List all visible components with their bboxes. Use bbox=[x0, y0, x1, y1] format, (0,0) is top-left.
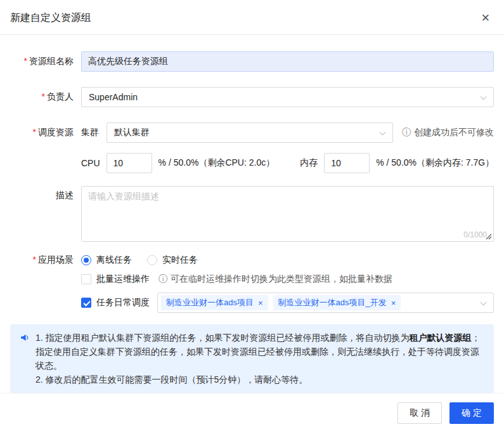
info-icon: ⓘ bbox=[158, 274, 167, 285]
cpu-label: CPU bbox=[81, 158, 100, 168]
realtime-radio-label[interactable]: 实时任务 bbox=[162, 254, 198, 266]
notice-line-1: 1. 指定使用租户默认集群下资源组的任务，如果下发时资源组已经被停用或删除，将自… bbox=[36, 331, 482, 373]
description-row: 描述 0/1000 bbox=[10, 186, 494, 242]
name-label: *资源组名称 bbox=[10, 56, 74, 67]
batch-ops-row: 批量运维操作 ⓘ 可在临时运维操作时切换为此类型资源组，如批量补数据 bbox=[10, 274, 494, 285]
dialog-title: 新建自定义资源组 bbox=[10, 11, 91, 25]
required-marker: * bbox=[42, 91, 45, 102]
cluster-select[interactable]: 默认集群 bbox=[107, 122, 393, 143]
owner-select-value: SuperAdmin bbox=[89, 92, 138, 102]
description-textarea[interactable] bbox=[82, 187, 493, 241]
daily-schedule-label[interactable]: 任务日常调度 bbox=[96, 297, 150, 308]
tag-close-icon[interactable]: × bbox=[258, 298, 263, 308]
required-marker: * bbox=[33, 127, 36, 137]
dialog-footer: 取 消 确 定 bbox=[0, 393, 504, 429]
dialog-body: *资源组名称 *负责人 SuperAdmin *调度资源 集群 默认集群 ⓘ 创… bbox=[0, 35, 504, 393]
owner-label: *负责人 bbox=[10, 91, 74, 103]
daily-schedule-row: 任务日常调度 制造业业财一体ads项目 × 制造业业财一体ads项目_开发 × bbox=[10, 293, 494, 313]
project-tag: 制造业业财一体ads项目 × bbox=[161, 295, 268, 310]
close-icon[interactable]: ✕ bbox=[481, 13, 490, 23]
char-counter: 0/1000 bbox=[463, 230, 487, 239]
description-label: 描述 bbox=[10, 190, 74, 201]
batch-ops-note: ⓘ 可在临时运维操作时切换为此类型资源组，如批量补数据 bbox=[158, 274, 392, 285]
required-marker: * bbox=[24, 56, 27, 66]
offline-radio-label[interactable]: 离线任务 bbox=[96, 254, 132, 266]
notice-box: 1. 指定使用租户默认集群下资源组的任务，如果下发时资源组已经被停用或删除，将自… bbox=[10, 324, 494, 393]
cpu-input[interactable] bbox=[107, 153, 152, 173]
memory-suffix: % / 50.0%（剩余内存: 7.7G） bbox=[376, 157, 494, 169]
announcement-icon bbox=[20, 333, 30, 343]
project-tag-label: 制造业业财一体ads项目_开发 bbox=[278, 297, 387, 308]
create-resource-group-dialog: 新建自定义资源组 ✕ *资源组名称 *负责人 SuperAdmin *调度资源 … bbox=[0, 0, 504, 429]
cluster-select-value: 默认集群 bbox=[114, 127, 150, 138]
scenario-label: *应用场景 bbox=[10, 254, 74, 266]
owner-select[interactable]: SuperAdmin bbox=[81, 87, 494, 107]
memory-input[interactable] bbox=[324, 153, 370, 173]
cluster-row: *调度资源 集群 默认集群 ⓘ 创建成功后不可修改 bbox=[10, 122, 494, 143]
schedule-label: *调度资源 bbox=[10, 127, 74, 138]
name-input[interactable] bbox=[81, 51, 494, 72]
batch-ops-label[interactable]: 批量运维操作 bbox=[96, 274, 150, 285]
dialog-header: 新建自定义资源组 ✕ bbox=[0, 0, 504, 35]
scenario-row: *应用场景 离线任务 实时任务 bbox=[10, 254, 494, 266]
notice-line-2: 2. 修改后的配置生效可能需要一段时间（预计5分钟），请耐心等待。 bbox=[36, 373, 482, 386]
project-tag-label: 制造业业财一体ads项目 bbox=[166, 297, 254, 308]
daily-schedule-checkbox[interactable] bbox=[81, 298, 91, 308]
memory-label: 内存 bbox=[300, 157, 318, 169]
name-row: *资源组名称 bbox=[10, 51, 494, 72]
cancel-button[interactable]: 取 消 bbox=[397, 402, 442, 424]
chevron-down-icon[interactable] bbox=[481, 300, 487, 306]
project-tag: 制造业业财一体ads项目_开发 × bbox=[273, 295, 401, 310]
confirm-button[interactable]: 确 定 bbox=[449, 402, 494, 424]
cpu-suffix: % / 50.0%（剩余CPU: 2.0c） bbox=[158, 157, 275, 169]
info-icon: ⓘ bbox=[402, 127, 411, 138]
cluster-label: 集群 bbox=[81, 127, 99, 138]
description-field-wrap: 0/1000 bbox=[81, 186, 494, 242]
tag-close-icon[interactable]: × bbox=[391, 298, 396, 308]
owner-row: *负责人 SuperAdmin bbox=[10, 87, 494, 107]
chevron-down-icon[interactable] bbox=[481, 94, 487, 100]
resize-handle-icon[interactable] bbox=[486, 234, 492, 240]
batch-ops-checkbox[interactable] bbox=[81, 274, 91, 284]
realtime-radio[interactable] bbox=[147, 255, 157, 265]
offline-radio[interactable] bbox=[81, 255, 91, 265]
project-multiselect[interactable]: 制造业业财一体ads项目 × 制造业业财一体ads项目_开发 × bbox=[157, 293, 494, 313]
quota-row: CPU % / 50.0%（剩余CPU: 2.0c） 内存 % / 50.0%（… bbox=[10, 153, 494, 173]
chevron-down-icon[interactable] bbox=[380, 129, 386, 136]
cluster-note: ⓘ 创建成功后不可修改 bbox=[402, 127, 494, 138]
required-marker: * bbox=[33, 254, 36, 265]
